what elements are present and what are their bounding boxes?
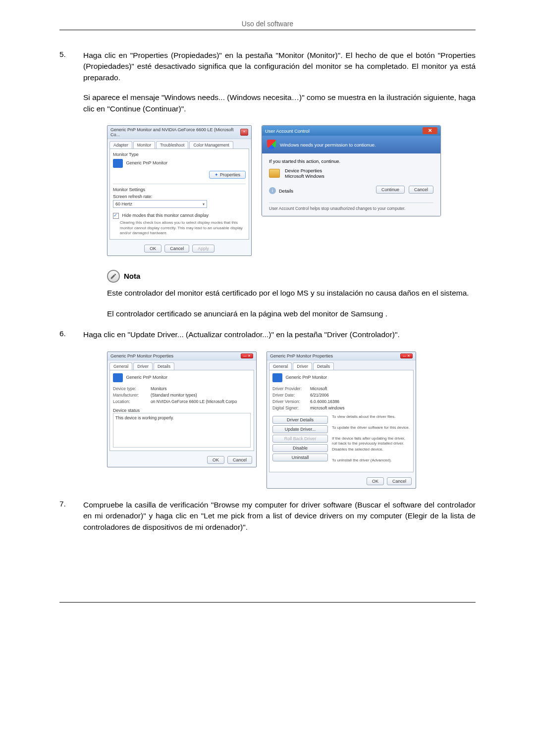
dialog-titlebar: Generic PnP Monitor Properties — ✕	[107, 352, 256, 360]
step-6: 6. Haga clic en "Update Driver... (Actua…	[59, 329, 476, 488]
nota-label: Nota	[124, 272, 140, 280]
digital-signer-value: microsoft windows	[310, 405, 344, 410]
step-7-text: Compruebe la casilla de verificación "Br…	[83, 500, 476, 533]
step-5-text-1: Haga clic en "Properties (Propiedades)" …	[83, 50, 476, 83]
step-6-text: Haga clic en "Update Driver... (Actualiz…	[83, 329, 476, 340]
chevron-down-icon: ▾	[203, 202, 205, 206]
dialog-title-text: Generic PnP Monitor and NVIDIA GeForce 6…	[110, 127, 240, 137]
page-header: Uso del software	[59, 15, 476, 30]
uac-details-link[interactable]: Details	[279, 188, 293, 194]
uninstall-button[interactable]: Uninstall	[272, 454, 328, 461]
driver-date-label: Driver Date:	[272, 393, 307, 398]
figure-row-2: Generic PnP Monitor Properties — ✕ Gener…	[107, 352, 476, 489]
device-name: Generic PnP Monitor	[126, 375, 167, 380]
uac-banner: Windows needs your permission to contion…	[262, 136, 440, 153]
tab-troubleshoot[interactable]: Troubleshoot	[156, 141, 188, 149]
footer-rule	[59, 602, 476, 603]
manufacturer-label: Manufacturer:	[113, 393, 148, 398]
tab-driver[interactable]: Driver	[133, 362, 153, 370]
refresh-rate-select[interactable]: 60 Hertz ▾	[113, 200, 207, 208]
uac-dialog: User Account Control ✕ Windows needs you…	[262, 125, 441, 216]
ok-button[interactable]: OK	[367, 477, 384, 485]
device-status-box: This device is working properly.	[113, 413, 251, 448]
step-5: 5. Haga clic en "Properties (Propiedades…	[59, 50, 476, 319]
hide-modes-checkbox[interactable]	[113, 213, 119, 219]
location-label: Location:	[113, 399, 148, 404]
refresh-rate-label: Screen refresh rate:	[113, 194, 246, 199]
step-6-number: 6.	[59, 329, 66, 338]
program-icon	[269, 169, 280, 178]
tab-general[interactable]: General	[269, 362, 292, 370]
update-driver-button[interactable]: Update Driver...	[272, 425, 328, 433]
step-7: 7. Compruebe la casilla de verificación …	[59, 500, 476, 533]
tab-color-management[interactable]: Color Management	[189, 141, 233, 149]
uac-program-name: Device Properties	[285, 168, 324, 173]
disable-button[interactable]: Disable	[272, 444, 328, 452]
uninstall-desc: To uninstall the driver (Advanced).	[332, 458, 410, 469]
driver-props-driver-dialog: Generic PnP Monitor Properties — ✕ Gener…	[267, 352, 416, 489]
monitor-icon	[113, 373, 123, 382]
driver-date-value: 6/21/2006	[310, 393, 329, 398]
device-status-label: Device status	[113, 408, 251, 413]
cancel-button[interactable]: Cancel	[387, 477, 412, 485]
header-rule	[59, 30, 476, 30]
note-icon	[107, 270, 120, 283]
cancel-button[interactable]: Cancel	[409, 186, 433, 194]
driver-details-button[interactable]: Driver Details	[272, 416, 328, 424]
figure-row-1: Generic PnP Monitor and NVIDIA GeForce 6…	[107, 125, 476, 255]
monitor-name: Generic PnP Monitor	[126, 161, 167, 166]
ok-button[interactable]: OK	[207, 456, 224, 464]
apply-button[interactable]: Apply	[192, 245, 214, 252]
tab-adapter[interactable]: Adapter	[109, 141, 132, 149]
close-icon[interactable]: — ✕	[400, 353, 413, 358]
nota-text-2: El controlador certificado se anunciará …	[107, 308, 476, 319]
monitor-icon	[113, 159, 123, 168]
nota-heading: Nota	[107, 270, 476, 283]
properties-button[interactable]: ✦ Properties	[209, 171, 246, 179]
monitor-properties-dialog: Generic PnP Monitor and NVIDIA GeForce 6…	[107, 125, 252, 255]
uac-title-text: User Account Control	[265, 128, 310, 134]
step-5-number: 5.	[59, 50, 66, 59]
driver-provider-label: Driver Provider:	[272, 386, 307, 391]
monitor-icon	[272, 373, 282, 382]
rollback-driver-desc: If the device fails after updating the d…	[332, 436, 410, 447]
hide-modes-desc: Clearing this check box allows you to se…	[120, 220, 246, 236]
driver-details-desc: To view details about the driver files.	[332, 414, 410, 425]
tab-driver[interactable]: Driver	[293, 362, 312, 370]
step-7-number: 7.	[59, 500, 66, 508]
device-type-value: Monitors	[151, 386, 167, 391]
dialog-title-text: Generic PnP Monitor Properties	[270, 353, 333, 358]
refresh-rate-value: 60 Hertz	[115, 202, 132, 206]
ok-button[interactable]: OK	[144, 245, 161, 252]
uac-banner-text: Windows needs your permission to contion…	[280, 142, 376, 148]
cancel-button[interactable]: Cancel	[227, 456, 252, 464]
disable-desc: Disables the selected device.	[332, 447, 410, 458]
location-value: on NVIDIA GeForce 6600 LE (Microsoft Cor…	[151, 399, 237, 404]
shield-icon	[267, 140, 276, 150]
driver-version-label: Driver Version:	[272, 399, 307, 404]
dialog-titlebar: Generic PnP Monitor Properties — ✕	[267, 352, 416, 360]
nota-text-1: Este controlador del monitor está certif…	[107, 288, 476, 299]
cancel-button[interactable]: Cancel	[164, 245, 189, 252]
tab-details[interactable]: Details	[154, 362, 174, 370]
close-icon[interactable]: ✕	[423, 127, 437, 134]
device-name: Generic PnP Monitor	[286, 375, 327, 380]
digital-signer-label: Digital Signer:	[272, 405, 307, 410]
tab-details[interactable]: Details	[313, 362, 334, 370]
uac-footer-text: User Account Control helps stop unauthor…	[269, 202, 433, 211]
continue-button[interactable]: Continue	[376, 186, 405, 194]
tab-monitor[interactable]: Monitor	[133, 141, 155, 149]
dialog-titlebar: Generic PnP Monitor and NVIDIA GeForce 6…	[107, 126, 251, 139]
close-icon[interactable]: ×	[240, 129, 248, 136]
hide-modes-label: Hide modes that this monitor cannot disp…	[122, 213, 209, 218]
manufacturer-value: (Standard monitor types)	[151, 393, 197, 398]
step-5-text-2: Si aparece el mensaje "Windows needs... …	[83, 92, 476, 114]
tab-strip: Adapter Monitor Troubleshoot Color Manag…	[107, 139, 251, 149]
update-driver-desc: To update the driver software for this d…	[332, 425, 410, 436]
rollback-driver-button[interactable]: Roll Back Driver	[272, 435, 328, 443]
tab-general[interactable]: General	[109, 362, 132, 370]
device-type-label: Device type:	[113, 386, 148, 391]
driver-provider-value: Microsoft	[310, 386, 327, 391]
close-icon[interactable]: — ✕	[241, 353, 253, 358]
driver-props-general-dialog: Generic PnP Monitor Properties — ✕ Gener…	[107, 352, 257, 467]
